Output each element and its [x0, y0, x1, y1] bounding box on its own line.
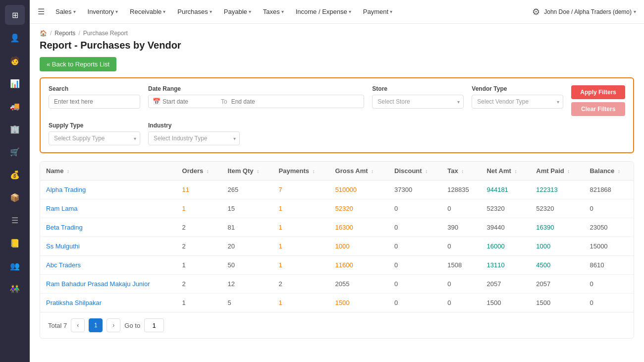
- cell-name[interactable]: Ram Bahadur Prasad Makaju Junior: [40, 275, 176, 294]
- cell-name[interactable]: Ram Lama: [40, 199, 176, 218]
- table-header: Name ↕ Orders ↕ Item Qty ↕ Payments ↕ Gr…: [40, 162, 634, 181]
- breadcrumb-reports[interactable]: Reports: [54, 30, 75, 37]
- cell-tax: 0: [441, 275, 481, 294]
- col-tax[interactable]: Tax ↕: [441, 162, 481, 181]
- chevron-down-icon: ▾: [390, 9, 392, 14]
- person-icon[interactable]: 🧑: [5, 51, 25, 70]
- cell-orders: 2: [176, 237, 222, 256]
- finance-icon[interactable]: 💰: [5, 165, 25, 184]
- calendar-icon: 📅: [153, 98, 161, 105]
- filters-row-1: Search Date Range 📅 To Store: [49, 85, 625, 116]
- chart-icon[interactable]: 📊: [5, 73, 25, 93]
- nav-income-expense[interactable]: Income / Expense ▾: [291, 5, 356, 18]
- next-page-button[interactable]: ›: [107, 318, 120, 332]
- filter-actions: Apply Filters Clear Filters: [571, 85, 625, 116]
- cell-discount: 0: [388, 237, 441, 256]
- group-icon[interactable]: 👫: [5, 279, 25, 299]
- nav-sales[interactable]: Sales ▾: [51, 5, 81, 18]
- col-amt-paid[interactable]: Amt Paid ↕: [530, 162, 584, 181]
- nav-inventory[interactable]: Inventory ▾: [83, 5, 123, 18]
- cell-name[interactable]: Abc Traders: [40, 256, 176, 275]
- col-net-amt[interactable]: Net Amt ↕: [481, 162, 530, 181]
- cell-amt-paid: 2057: [530, 275, 584, 294]
- industry-select[interactable]: Select Industry Type: [148, 131, 240, 145]
- apply-filters-button[interactable]: Apply Filters: [571, 85, 625, 99]
- cell-net-amt: 944181: [481, 181, 530, 199]
- back-to-reports-button[interactable]: « Back to Reports List: [40, 57, 116, 71]
- box-icon[interactable]: 📦: [5, 187, 25, 207]
- col-balance[interactable]: Balance ↕: [584, 162, 634, 181]
- page-title: Report - Purchases by Vendor: [40, 40, 634, 51]
- vendor-type-group: Vendor Type Select Vendor Type ▾: [472, 85, 563, 109]
- date-range-label: Date Range: [148, 85, 364, 92]
- user-menu[interactable]: John Doe / Alpha Traders (demo) ▾: [544, 8, 636, 15]
- menu-icon[interactable]: ☰: [38, 7, 45, 16]
- cell-payments: 7: [273, 181, 329, 199]
- cell-balance: 0: [584, 294, 634, 312]
- search-input[interactable]: [49, 95, 140, 109]
- cell-payments: 1: [273, 294, 329, 312]
- col-discount[interactable]: Discount ↕: [388, 162, 441, 181]
- table-row: Ss Mulguthi 2 20 1 1000 0 0 16000 1000 1…: [40, 237, 634, 256]
- cell-item-qty: 15: [222, 199, 273, 218]
- nav-purchases[interactable]: Purchases ▾: [172, 5, 216, 18]
- list-icon[interactable]: ☰: [5, 210, 25, 230]
- table-row: Alpha Trading 11 265 7 510000 37300 1288…: [40, 181, 634, 199]
- cell-balance: 15000: [584, 237, 634, 256]
- github-icon: ⚙: [532, 6, 540, 17]
- clear-filters-button[interactable]: Clear Filters: [571, 102, 625, 116]
- col-name[interactable]: Name ↕: [40, 162, 176, 181]
- breadcrumb-current: Purchase Report: [83, 30, 128, 37]
- cell-payments: 2: [273, 275, 329, 294]
- breadcrumb: 🏠 / Reports / Purchase Report: [40, 30, 634, 37]
- total-count: Total 7: [48, 322, 67, 329]
- dashboard-icon[interactable]: ⊞: [5, 5, 25, 25]
- home-icon[interactable]: 🏠: [40, 30, 47, 37]
- cell-name[interactable]: Alpha Trading: [40, 181, 176, 199]
- table-row: Abc Traders 1 50 1 11600 0 1508 13110 45…: [40, 256, 634, 275]
- date-range-row: 📅 To: [148, 95, 364, 108]
- nav-payable[interactable]: Payable ▾: [219, 5, 256, 18]
- col-gross-amt[interactable]: Gross Amt ↕: [329, 162, 388, 181]
- store-select[interactable]: Select Store: [372, 95, 464, 109]
- cell-amt-paid: 4500: [530, 256, 584, 275]
- col-item-qty[interactable]: Item Qty ↕: [222, 162, 273, 181]
- col-payments[interactable]: Payments ↕: [273, 162, 329, 181]
- page-content: 🏠 / Reports / Purchase Report Report - P…: [30, 24, 644, 362]
- go-to-page-input[interactable]: [144, 318, 164, 332]
- cell-net-amt: 39440: [481, 218, 530, 237]
- cell-item-qty: 5: [222, 294, 273, 312]
- table-row: Ram Lama 1 15 1 52320 0 0 52320 52320 0: [40, 199, 634, 218]
- search-group: Search: [49, 85, 140, 109]
- chevron-down-icon: ▾: [349, 9, 351, 14]
- building-icon[interactable]: 🏢: [5, 119, 25, 139]
- cell-discount: 0: [388, 256, 441, 275]
- chevron-down-icon: ▾: [163, 9, 165, 14]
- cell-discount: 0: [388, 218, 441, 237]
- users-icon[interactable]: 👥: [5, 256, 25, 276]
- cell-name[interactable]: Beta Trading: [40, 218, 176, 237]
- col-orders[interactable]: Orders ↕: [176, 162, 222, 181]
- vendor-type-select[interactable]: Select Vendor Type: [472, 95, 563, 109]
- cell-gross-amt: 16300: [329, 218, 388, 237]
- cart-icon[interactable]: 🛒: [5, 142, 25, 162]
- cell-gross-amt: 1000: [329, 237, 388, 256]
- people-icon[interactable]: 👤: [5, 28, 25, 48]
- date-start-input[interactable]: [162, 98, 217, 105]
- cell-gross-amt: 2055: [329, 275, 388, 294]
- truck-icon[interactable]: 🚚: [5, 96, 25, 116]
- cell-net-amt: 13110: [481, 256, 530, 275]
- cell-name[interactable]: Pratiksha Shilpakar: [40, 294, 176, 312]
- cell-balance: 0: [584, 275, 634, 294]
- sort-icon: ↕: [425, 169, 428, 174]
- cell-name[interactable]: Ss Mulguthi: [40, 237, 176, 256]
- prev-page-button[interactable]: ‹: [71, 318, 85, 332]
- nav-taxes[interactable]: Taxes ▾: [258, 5, 289, 18]
- supply-type-select[interactable]: Select Supply Type: [49, 131, 140, 145]
- page-1-button[interactable]: 1: [89, 318, 103, 332]
- date-end-input[interactable]: [231, 98, 286, 105]
- nav-payment[interactable]: Payment ▾: [358, 5, 397, 18]
- nav-receivable[interactable]: Receivable ▾: [125, 5, 170, 18]
- ledger-icon[interactable]: 📒: [5, 233, 25, 253]
- cell-orders: 11: [176, 181, 222, 199]
